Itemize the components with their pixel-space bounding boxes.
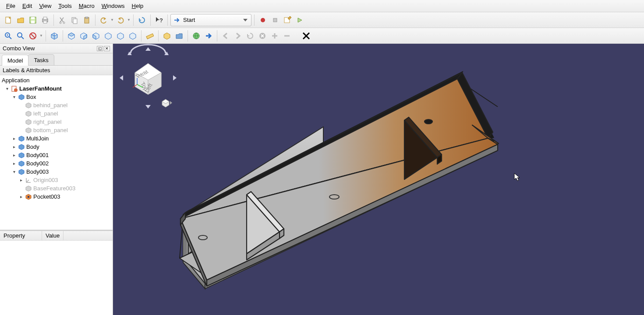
tree-body002[interactable]: ▸ Body002: [0, 159, 113, 168]
toolbar-file: ▼ ▼ ? Start: [0, 12, 644, 28]
tree-box[interactable]: ▾ Box: [0, 93, 113, 101]
macro-edit-icon[interactable]: [282, 14, 293, 26]
body-icon: [18, 161, 25, 167]
svg-point-34: [425, 119, 432, 124]
draw-style-dropdown-icon[interactable]: ▼: [39, 34, 43, 38]
expand-icon[interactable]: ▸: [11, 136, 17, 141]
save-document-icon[interactable]: [27, 14, 39, 26]
zoom-in-icon[interactable]: [269, 30, 280, 42]
new-document-icon[interactable]: [3, 14, 14, 26]
tree-document[interactable]: ▾ LaserFanMount: [0, 84, 113, 93]
open-document-icon[interactable]: [15, 14, 26, 26]
body-icon: [18, 144, 25, 150]
view-front-icon[interactable]: [66, 30, 77, 42]
menu-windows[interactable]: Windows: [98, 1, 128, 11]
expand-icon[interactable]: ▾: [4, 86, 10, 91]
svg-point-24: [14, 88, 18, 92]
paste-icon[interactable]: [81, 14, 92, 26]
3d-viewport[interactable]: Rear Top Left: [113, 44, 644, 315]
tree-behind-panel[interactable]: behind_panel: [0, 101, 113, 109]
tree-multijoin[interactable]: ▸ MultiJoin: [0, 134, 113, 143]
property-column-header[interactable]: Property: [0, 231, 42, 240]
view-rear-icon[interactable]: [103, 30, 114, 42]
svg-rect-2: [31, 17, 35, 19]
menu-help[interactable]: Help: [128, 1, 147, 11]
tree-basefeature003[interactable]: BaseFeature003: [0, 184, 113, 192]
value-column-header[interactable]: Value: [42, 231, 64, 240]
nav-stop-icon[interactable]: [257, 30, 268, 42]
workbench-selector[interactable]: Start: [170, 14, 251, 26]
tree-body003[interactable]: ▾ Body003: [0, 168, 113, 176]
view-right-icon[interactable]: [90, 30, 102, 42]
tab-tasks[interactable]: Tasks: [28, 54, 54, 65]
redo-dropdown-icon[interactable]: ▼: [127, 18, 131, 22]
expand-icon[interactable]: ▸: [11, 144, 17, 149]
web-icon[interactable]: [191, 30, 202, 42]
nav-reload-icon[interactable]: [244, 30, 256, 42]
menu-edit[interactable]: Edit: [19, 1, 35, 11]
draw-style-icon[interactable]: [27, 30, 39, 42]
macro-play-icon[interactable]: [294, 14, 305, 26]
print-icon[interactable]: [39, 14, 51, 26]
tree-pocket003[interactable]: ▸ Pocket003: [0, 192, 113, 201]
undo-dropdown-icon[interactable]: ▼: [110, 18, 114, 22]
svg-rect-25: [28, 196, 29, 198]
expand-icon[interactable]: ▸: [18, 178, 24, 182]
menu-tools[interactable]: Tools: [55, 1, 75, 11]
nav-back-icon[interactable]: [220, 30, 231, 42]
menu-view[interactable]: View: [35, 1, 55, 11]
tab-model[interactable]: Model: [2, 55, 28, 66]
menubar: File Edit View Tools Macro Windows Help: [0, 0, 644, 12]
link-icon[interactable]: [203, 30, 214, 42]
view-top-icon[interactable]: [78, 30, 89, 42]
view-left-icon[interactable]: [127, 30, 138, 42]
whats-this-icon[interactable]: ?: [153, 14, 165, 26]
macro-record-icon[interactable]: [257, 14, 269, 26]
expand-icon[interactable]: ▸: [18, 194, 24, 199]
workbench-label: Start: [183, 17, 195, 23]
zoom-selection-icon[interactable]: [15, 30, 26, 42]
cube-grey-icon: [25, 127, 32, 133]
tree-body001[interactable]: ▸ Body001: [0, 151, 113, 159]
tree-bottom-panel[interactable]: bottom_panel: [0, 126, 113, 134]
panel-close-icon[interactable]: ✕: [104, 46, 110, 51]
cube-grey-icon: [25, 186, 32, 192]
nav-forward-icon[interactable]: [232, 30, 244, 42]
cube-icon: [18, 136, 25, 142]
expand-icon[interactable]: ▾: [11, 94, 17, 99]
body-icon: [18, 169, 25, 175]
cut-icon[interactable]: [57, 14, 68, 26]
cube-grey-icon: [25, 111, 32, 117]
tree-left-panel[interactable]: left_panel: [0, 109, 113, 118]
undo-icon[interactable]: [98, 14, 110, 26]
view-bottom-icon[interactable]: [115, 30, 126, 42]
expand-icon[interactable]: ▸: [11, 161, 17, 166]
zoom-out-icon[interactable]: [281, 30, 293, 42]
panel-float-icon[interactable]: ◱: [97, 46, 103, 51]
menu-file[interactable]: File: [3, 1, 19, 11]
expand-icon[interactable]: ▸: [11, 153, 17, 158]
redo-icon[interactable]: [115, 14, 126, 26]
group-icon[interactable]: [173, 30, 185, 42]
tree-right-panel[interactable]: right_panel: [0, 118, 113, 126]
copy-icon[interactable]: [69, 14, 80, 26]
tree-body[interactable]: ▸ Body: [0, 143, 113, 151]
expand-icon[interactable]: ▾: [11, 169, 17, 174]
svg-rect-10: [73, 19, 77, 24]
view-isometric-icon[interactable]: [49, 30, 60, 42]
menu-macro[interactable]: Macro: [75, 1, 98, 11]
start-workbench-icon: [173, 17, 180, 24]
labels-attributes-header[interactable]: Labels & Attributes: [0, 66, 113, 75]
tree-application[interactable]: Application: [0, 76, 113, 84]
refresh-icon[interactable]: [136, 14, 148, 26]
close-icon[interactable]: [301, 30, 312, 42]
zoom-fit-icon[interactable]: [3, 30, 14, 42]
property-panel: Property Value: [0, 230, 113, 315]
macro-stop-icon[interactable]: [269, 14, 281, 26]
svg-rect-5: [43, 17, 47, 19]
part-icon[interactable]: [161, 30, 173, 42]
tree-origin003[interactable]: ▸ Origin003: [0, 176, 113, 184]
body-icon: [18, 152, 25, 158]
origin-icon: [25, 177, 32, 183]
measure-icon[interactable]: [144, 30, 156, 42]
